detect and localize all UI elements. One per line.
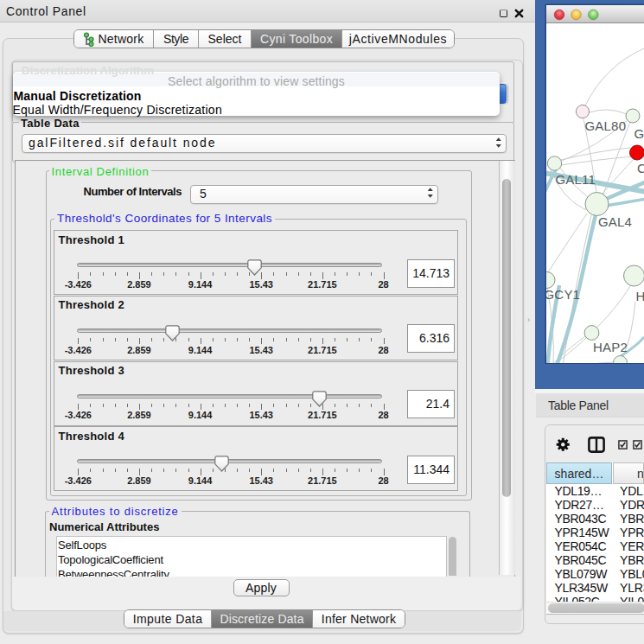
svg-text:G.: G. [634,126,644,141]
svg-text:GCY1: GCY1 [545,287,581,302]
svg-text:GAL4: GAL4 [598,214,632,229]
svg-text:GAL11: GAL11 [556,172,596,187]
svg-text:C: C [637,161,644,175]
svg-text:HAP2: HAP2 [593,340,628,354]
svg-text:GAL80: GAL80 [585,118,627,133]
svg-text:HIS4: HIS4 [636,289,644,303]
